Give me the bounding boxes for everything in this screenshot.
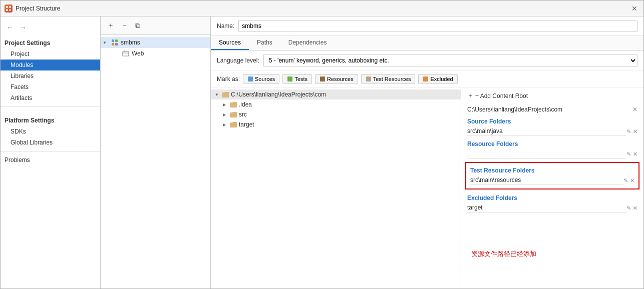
- resource-folder-entry: . ✎ ✕: [461, 148, 643, 160]
- file-tree-root[interactable]: ▼ C:\Users\lianliang\IdeaProjects\com: [211, 90, 461, 100]
- language-level-select[interactable]: 5 - 'enum' keyword, generics, autoboxing…: [263, 54, 637, 66]
- name-label: Name:: [217, 22, 234, 30]
- settings-panel: ＋ + Add Content Root C:\Users\lianliang\…: [461, 88, 643, 288]
- tab-dependencies[interactable]: Dependencies: [280, 36, 335, 50]
- root-expand-arrow: ▼: [215, 92, 220, 97]
- file-tree-src[interactable]: ▶ src: [211, 110, 461, 120]
- mark-as-bar: Mark as: Sources Tests Resources Test Re…: [211, 71, 643, 88]
- nav-arrows: ← →: [1, 20, 100, 36]
- svg-rect-15: [423, 76, 428, 82]
- svg-rect-7: [115, 43, 118, 46]
- resource-folder-remove-button[interactable]: ✕: [633, 151, 637, 158]
- svg-rect-13: [320, 76, 325, 82]
- tree-expand-arrow: ▼: [103, 40, 109, 45]
- name-input[interactable]: [238, 20, 637, 32]
- file-tree-target[interactable]: ▶ target: [211, 120, 461, 130]
- tree-node-smbms[interactable]: ▼ smbms: [101, 37, 210, 48]
- idea-expand-arrow: ▶: [223, 102, 228, 107]
- sidebar: ← → Project Settings Project Modules Lib…: [1, 16, 101, 288]
- svg-rect-8: [123, 52, 129, 56]
- close-button[interactable]: ✕: [629, 4, 639, 14]
- sidebar-item-libraries[interactable]: Libraries: [1, 70, 100, 82]
- source-folder-path: src\main\java: [467, 128, 626, 136]
- sidebar-divider2: [1, 151, 100, 152]
- web-icon: [122, 50, 130, 58]
- test-resource-folders-title: Test Resource Folders: [466, 165, 638, 175]
- test-resource-folder-remove-button[interactable]: ✕: [630, 178, 634, 184]
- tab-sources[interactable]: Sources: [211, 36, 249, 50]
- svg-rect-3: [9, 9, 11, 11]
- mark-excluded-button[interactable]: Excluded: [418, 74, 457, 84]
- mark-tests-button[interactable]: Tests: [282, 74, 312, 84]
- source-folder-edit-button[interactable]: ✎: [626, 128, 631, 135]
- root-folder-icon: [222, 91, 229, 98]
- language-level-label: Language level:: [217, 57, 259, 64]
- sidebar-item-global-libraries[interactable]: Global Libraries: [1, 137, 100, 148]
- modules-panel: ＋ － ⧉ ▼ smbms: [101, 16, 211, 288]
- modules-toolbar: ＋ － ⧉: [101, 16, 210, 35]
- project-settings-title: Project Settings: [1, 36, 100, 48]
- tree-node-web[interactable]: Web: [101, 48, 210, 59]
- sidebar-item-modules[interactable]: Modules: [1, 60, 100, 70]
- add-module-button[interactable]: ＋: [105, 20, 117, 32]
- mark-sources-button[interactable]: Sources: [243, 74, 279, 84]
- svg-rect-12: [287, 76, 292, 82]
- sidebar-item-facets[interactable]: Facets: [1, 82, 100, 92]
- idea-folder-icon: [230, 101, 237, 108]
- src-expand-arrow: ▶: [223, 112, 228, 117]
- svg-rect-2: [6, 9, 8, 11]
- svg-rect-10: [124, 50, 125, 52]
- source-folders-title: Source Folders: [461, 115, 643, 126]
- svg-rect-14: [366, 76, 371, 82]
- sidebar-item-problems[interactable]: Problems: [1, 154, 100, 166]
- forward-arrow[interactable]: →: [18, 22, 29, 32]
- window-title: Project Structure: [16, 5, 60, 12]
- module-icon: [111, 38, 119, 46]
- test-resource-folder-actions: ✎ ✕: [623, 178, 634, 184]
- resource-folder-path: .: [467, 150, 626, 158]
- svg-rect-5: [115, 40, 118, 42]
- language-level-bar: Language level: 5 - 'enum' keyword, gene…: [211, 50, 643, 71]
- file-tree-idea[interactable]: ▶ .idea: [211, 100, 461, 110]
- resource-folder-edit-button[interactable]: ✎: [626, 151, 631, 158]
- source-folder-entry: src\main\java ✎ ✕: [461, 126, 643, 138]
- svg-rect-0: [6, 6, 8, 8]
- root-path-header: C:\Users\lianliang\IdeaProjects\com ✕: [461, 104, 643, 115]
- svg-rect-1: [9, 6, 11, 8]
- toast-message: 资源文件路径已经添加: [471, 250, 536, 258]
- excluded-folder-entry: target ✎ ✕: [461, 202, 643, 214]
- sidebar-item-project[interactable]: Project: [1, 48, 100, 60]
- add-content-root-button[interactable]: ＋ + Add Content Root: [467, 92, 528, 100]
- svg-rect-4: [112, 40, 114, 42]
- tree-node-web-label: Web: [132, 50, 144, 57]
- mark-resources-button[interactable]: Resources: [315, 74, 358, 84]
- copy-module-button[interactable]: ⧉: [133, 20, 143, 32]
- mark-as-label: Mark as:: [217, 76, 240, 82]
- excluded-folder-remove-button[interactable]: ✕: [633, 205, 637, 212]
- mark-test-resources-button[interactable]: Test Resources: [361, 74, 416, 84]
- app-icon: [5, 4, 13, 12]
- test-resource-folder-edit-button[interactable]: ✎: [623, 178, 628, 184]
- file-tree-target-label: target: [239, 121, 254, 128]
- tab-paths[interactable]: Paths: [249, 36, 280, 50]
- main-content: ← → Project Settings Project Modules Lib…: [1, 16, 643, 288]
- sidebar-item-sdks[interactable]: SDKs: [1, 126, 100, 137]
- svg-rect-6: [112, 43, 114, 46]
- test-resource-folder-path: src\main\resources: [470, 176, 623, 185]
- excluded-folder-edit-button[interactable]: ✎: [626, 205, 631, 212]
- tabs-bar: Sources Paths Dependencies: [211, 36, 643, 50]
- file-tree-idea-label: .idea: [239, 101, 252, 108]
- file-tree: ▼ C:\Users\lianliang\IdeaProjects\com ▶: [211, 88, 461, 288]
- sources-content-area: ▼ C:\Users\lianliang\IdeaProjects\com ▶: [211, 88, 643, 288]
- remove-module-button[interactable]: －: [119, 20, 131, 32]
- sidebar-item-artifacts[interactable]: Artifacts: [1, 92, 100, 104]
- file-tree-src-label: src: [239, 111, 247, 118]
- module-settings-panel: Name: Sources Paths Dependencies Languag…: [211, 16, 643, 288]
- excluded-folder-actions: ✎ ✕: [626, 205, 637, 212]
- root-path-close-button[interactable]: ✕: [632, 106, 637, 113]
- titlebar-left: Project Structure: [5, 4, 60, 12]
- back-arrow[interactable]: ←: [5, 22, 16, 32]
- svg-rect-11: [248, 76, 253, 82]
- source-folder-remove-button[interactable]: ✕: [633, 128, 637, 135]
- test-resource-section-highlighted: Test Resource Folders src\main\resources…: [465, 162, 639, 190]
